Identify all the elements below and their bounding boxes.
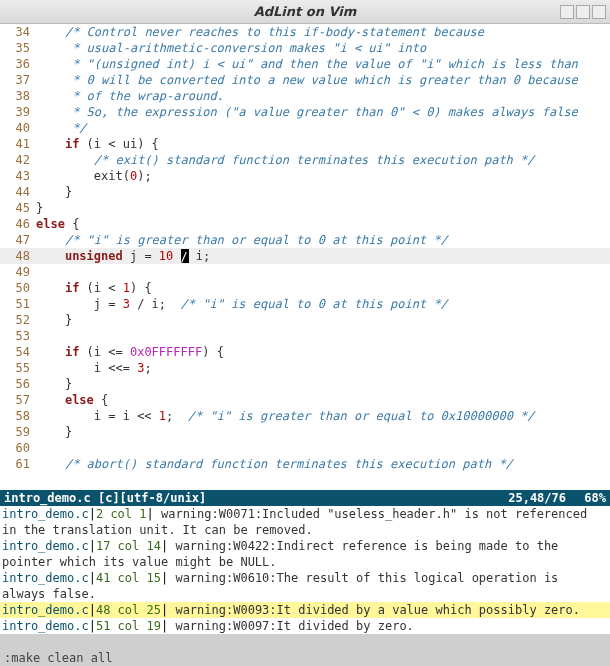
- command-line[interactable]: :make clean all: [0, 650, 610, 666]
- status-position: 25,48/76: [508, 491, 566, 505]
- minimize-button[interactable]: [560, 5, 574, 19]
- line-number: 41: [0, 136, 36, 152]
- line-number: 56: [0, 376, 36, 392]
- code-content: */: [36, 120, 610, 136]
- code-line[interactable]: 38 * of the wrap-around.: [0, 88, 610, 104]
- quickfix-list[interactable]: intro_demo.c|2 col 1| warning:W0071:Incl…: [0, 506, 610, 634]
- close-button[interactable]: [592, 5, 606, 19]
- qf-file: intro_demo.c: [2, 619, 89, 633]
- command-text: :make clean all: [4, 651, 112, 665]
- code-editor[interactable]: 34 /* Control never reaches to this if-b…: [0, 24, 610, 490]
- code-content: [36, 264, 610, 280]
- code-content: [36, 328, 610, 344]
- window-titlebar: AdLint on Vim: [0, 0, 610, 24]
- code-line[interactable]: 42 /* exit() standard function terminate…: [0, 152, 610, 168]
- line-number: 44: [0, 184, 36, 200]
- status-percent: 68%: [566, 491, 606, 505]
- code-content: /* "i" is greater than or equal to 0 at …: [36, 232, 610, 248]
- code-line[interactable]: 60: [0, 440, 610, 456]
- qf-position: 2 col 1: [96, 507, 147, 521]
- text-cursor: /: [181, 249, 189, 263]
- qf-position: 17 col 14: [96, 539, 161, 553]
- qf-file: intro_demo.c: [2, 507, 89, 521]
- code-line[interactable]: 45}: [0, 200, 610, 216]
- code-line[interactable]: 35 * usual-arithmetic-conversion makes "…: [0, 40, 610, 56]
- code-line[interactable]: 52 }: [0, 312, 610, 328]
- code-line[interactable]: 36 * "(unsigned int) i < ui" and then th…: [0, 56, 610, 72]
- code-content: unsigned j = 10 / i;: [36, 248, 610, 264]
- code-content: }: [36, 376, 610, 392]
- code-line[interactable]: 46else {: [0, 216, 610, 232]
- code-line[interactable]: 39 * So, the expression ("a value greate…: [0, 104, 610, 120]
- code-line[interactable]: 50 if (i < 1) {: [0, 280, 610, 296]
- code-line[interactable]: 34 /* Control never reaches to this if-b…: [0, 24, 610, 40]
- line-number: 46: [0, 216, 36, 232]
- quickfix-item[interactable]: intro_demo.c|17 col 14| warning:W0422:In…: [0, 538, 610, 570]
- quickfix-item[interactable]: intro_demo.c|41 col 15| warning:W0610:Th…: [0, 570, 610, 602]
- code-line[interactable]: 37 * 0 will be converted into a new valu…: [0, 72, 610, 88]
- qf-message: warning:W0093:It divided by a value whic…: [175, 603, 580, 617]
- code-content: /* exit() standard function terminates t…: [36, 152, 610, 168]
- line-number: 48: [0, 248, 36, 264]
- status-flags: [c][utf-8/unix]: [98, 491, 206, 505]
- code-line[interactable]: 51 j = 3 / i; /* "i" is equal to 0 at th…: [0, 296, 610, 312]
- line-number: 51: [0, 296, 36, 312]
- maximize-button[interactable]: [576, 5, 590, 19]
- line-number: 37: [0, 72, 36, 88]
- code-line[interactable]: 59 }: [0, 424, 610, 440]
- code-line[interactable]: 41 if (i < ui) {: [0, 136, 610, 152]
- code-line[interactable]: 43 exit(0);: [0, 168, 610, 184]
- code-line[interactable]: 55 i <<= 3;: [0, 360, 610, 376]
- code-content: }: [36, 424, 610, 440]
- code-content: j = 3 / i; /* "i" is equal to 0 at this …: [36, 296, 610, 312]
- line-number: 42: [0, 152, 36, 168]
- line-number: 43: [0, 168, 36, 184]
- line-number: 59: [0, 424, 36, 440]
- line-number: 34: [0, 24, 36, 40]
- qf-position: 48 col 25: [96, 603, 161, 617]
- code-line[interactable]: 48 unsigned j = 10 / i;: [0, 248, 610, 264]
- code-content: }: [36, 200, 610, 216]
- code-line[interactable]: 61 /* abort() standard function terminat…: [0, 456, 610, 472]
- editor-statusline: intro_demo.c [c][utf-8/unix] 25,48/76 68…: [0, 490, 610, 506]
- quickfix-item[interactable]: intro_demo.c|51 col 19| warning:W0097:It…: [0, 618, 610, 634]
- quickfix-statusline: [0, 634, 610, 650]
- code-line[interactable]: 40 */: [0, 120, 610, 136]
- qf-position: 41 col 15: [96, 571, 161, 585]
- code-line[interactable]: 53: [0, 328, 610, 344]
- code-line[interactable]: 58 i = i << 1; /* "i" is greater than or…: [0, 408, 610, 424]
- code-content: if (i < 1) {: [36, 280, 610, 296]
- code-content: * So, the expression ("a value greater t…: [36, 104, 610, 120]
- qf-file: intro_demo.c: [2, 571, 89, 585]
- code-content: /* Control never reaches to this if-body…: [36, 24, 610, 40]
- line-number: 61: [0, 456, 36, 472]
- line-number: 49: [0, 264, 36, 280]
- code-content: * "(unsigned int) i < ui" and then the v…: [36, 56, 610, 72]
- code-line[interactable]: 56 }: [0, 376, 610, 392]
- line-number: 36: [0, 56, 36, 72]
- quickfix-item[interactable]: intro_demo.c|2 col 1| warning:W0071:Incl…: [0, 506, 610, 538]
- code-line[interactable]: 49: [0, 264, 610, 280]
- line-number: 57: [0, 392, 36, 408]
- line-number: 52: [0, 312, 36, 328]
- line-number: 54: [0, 344, 36, 360]
- line-number: 53: [0, 328, 36, 344]
- code-content: * of the wrap-around.: [36, 88, 610, 104]
- quickfix-item[interactable]: intro_demo.c|48 col 25| warning:W0093:It…: [0, 602, 610, 618]
- code-content: }: [36, 184, 610, 200]
- line-number: 55: [0, 360, 36, 376]
- window-title: AdLint on Vim: [254, 4, 357, 19]
- code-line[interactable]: 44 }: [0, 184, 610, 200]
- code-content: * 0 will be converted into a new value w…: [36, 72, 610, 88]
- code-line[interactable]: 54 if (i <= 0x0FFFFFFF) {: [0, 344, 610, 360]
- line-number: 38: [0, 88, 36, 104]
- code-content: /* abort() standard function terminates …: [36, 456, 610, 472]
- code-content: * usual-arithmetic-conversion makes "i <…: [36, 40, 610, 56]
- code-content: }: [36, 312, 610, 328]
- code-line[interactable]: 57 else {: [0, 392, 610, 408]
- code-content: exit(0);: [36, 168, 610, 184]
- line-number: 35: [0, 40, 36, 56]
- window-controls: [560, 5, 606, 19]
- code-line[interactable]: 47 /* "i" is greater than or equal to 0 …: [0, 232, 610, 248]
- line-number: 47: [0, 232, 36, 248]
